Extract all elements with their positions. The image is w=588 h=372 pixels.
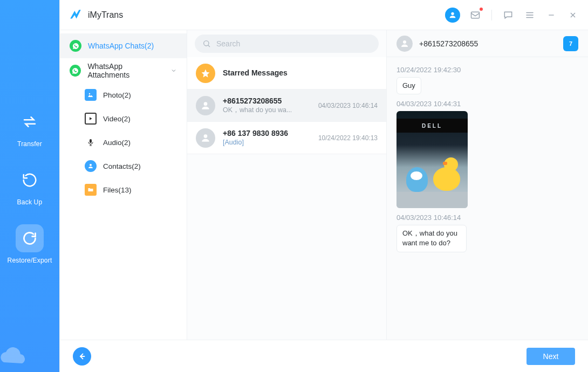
tree-attachment-children: Photo(2) Video(2) Audio(2) Contacts(2) F… (60, 83, 187, 202)
conv-item[interactable]: +86 137 9830 8936 [Audio] 10/24/2022 19:… (187, 122, 386, 154)
search-input[interactable] (216, 39, 371, 48)
tree-label: Video(2) (103, 115, 131, 123)
svg-point-15 (403, 40, 406, 44)
svg-point-8 (89, 93, 91, 95)
video-icon (85, 113, 97, 125)
inbox-icon[interactable] (469, 9, 482, 22)
chat-message: 04/03/2023 10:44:31 DELL (396, 100, 578, 208)
rail-item-restore-export[interactable]: Restore/Export (8, 224, 51, 264)
titlebar: iMyTrans (60, 0, 588, 30)
star-icon (196, 64, 215, 83)
conv-title: +86 137 9830 8936 (223, 128, 311, 138)
footer: Next (60, 340, 588, 372)
avatar-icon (396, 36, 413, 52)
conv-starred[interactable]: Starred Messages (187, 57, 386, 89)
menu-icon[interactable] (523, 9, 536, 22)
chevron-down-icon (170, 67, 177, 74)
svg-rect-9 (90, 139, 92, 143)
tree-photo[interactable]: Photo(2) (85, 83, 187, 107)
svg-rect-1 (471, 12, 480, 18)
conv-preview: OK，what do you wa... (223, 106, 311, 114)
app-name: iMyTrans (88, 10, 123, 20)
calendar-day: 7 (569, 40, 572, 47)
back-button[interactable] (73, 347, 91, 366)
message-timestamp: 04/03/2023 10:44:31 (396, 100, 578, 108)
svg-line-12 (208, 45, 210, 47)
chat-pane: +8615273208655 7 10/24/2022 19:42:30 Guy… (387, 30, 588, 340)
tree-label: Photo(2) (103, 91, 131, 99)
conv-title: Starred Messages (223, 68, 378, 78)
chat-messages[interactable]: 10/24/2022 19:42:30 Guy 04/03/2023 10:44… (387, 57, 588, 340)
tree-audio[interactable]: Audio(2) (85, 130, 187, 154)
whatsapp-icon (70, 65, 81, 77)
rail-item-backup[interactable]: Back Up (8, 166, 51, 206)
svg-point-14 (204, 134, 208, 138)
message-bubble: OK，what do you want me to do? (396, 225, 467, 252)
category-tree: WhatsApp Chats(2) WhatsApp Attachments P… (60, 30, 187, 340)
tree-label: Contacts(2) (103, 162, 141, 170)
cloud-decoration-icon (0, 345, 33, 367)
close-icon[interactable] (566, 9, 579, 22)
rail-item-label: Restore/Export (8, 257, 52, 264)
tree-label: WhatsApp Chats(2) (88, 42, 154, 50)
search-input-wrapper[interactable] (195, 35, 379, 53)
tree-label: WhatsApp Attachments (87, 62, 164, 79)
conv-item[interactable]: +8615273208655 OK，what do you wa... 04/0… (187, 89, 386, 122)
minimize-icon[interactable] (545, 9, 558, 22)
avatar-icon (196, 96, 215, 115)
message-timestamp: 10/24/2022 19:42:30 (396, 66, 578, 74)
svg-point-11 (204, 41, 209, 46)
avatar-icon (196, 128, 215, 148)
photo-icon (85, 89, 97, 101)
whatsapp-icon (70, 40, 81, 52)
next-button[interactable]: Next (527, 348, 575, 365)
tree-files[interactable]: Files(13) (85, 178, 187, 202)
app-logo-icon (69, 8, 83, 22)
tree-video[interactable]: Video(2) (85, 107, 187, 130)
contact-icon (85, 160, 97, 172)
brand: iMyTrans (69, 8, 123, 22)
left-rail: Transfer Back Up Restore/Export (0, 0, 59, 372)
chat-message: 10/24/2022 19:42:30 Guy (396, 66, 578, 94)
conv-title: +8615273208655 (223, 96, 311, 106)
conversation-list-pane: Starred Messages +8615273208655 OK，what … (187, 30, 387, 340)
tree-whatsapp-attachments[interactable]: WhatsApp Attachments (60, 58, 187, 83)
svg-point-0 (451, 12, 454, 15)
conv-time: 10/24/2022 19:40:13 (318, 134, 378, 142)
image-caption: DELL (396, 119, 468, 133)
titlebar-actions (445, 8, 579, 23)
folder-icon (85, 184, 97, 196)
chat-header: +8615273208655 7 (387, 30, 588, 57)
svg-point-13 (204, 102, 208, 106)
search-icon (202, 39, 211, 48)
message-image[interactable]: DELL (396, 111, 468, 208)
account-icon[interactable] (445, 8, 460, 23)
message-timestamp: 04/03/2023 10:46:14 (396, 213, 578, 222)
content: WhatsApp Chats(2) WhatsApp Attachments P… (60, 30, 588, 340)
tree-whatsapp-chats[interactable]: WhatsApp Chats(2) (60, 33, 187, 58)
main-window: iMyTrans (59, 0, 588, 372)
chat-message: 04/03/2023 10:46:14 OK，what do you want … (396, 213, 578, 252)
tree-contacts[interactable]: Contacts(2) (85, 154, 187, 178)
rail-item-label: Back Up (17, 198, 43, 206)
svg-point-10 (90, 164, 92, 166)
tree-label: Audio(2) (103, 139, 131, 147)
restore-icon (16, 224, 44, 252)
calendar-icon[interactable]: 7 (563, 36, 578, 51)
message-bubble: Guy (396, 77, 421, 94)
rail-item-transfer[interactable]: Transfer (8, 108, 51, 148)
transfer-icon (16, 108, 44, 136)
chat-title: +8615273208655 (419, 39, 557, 48)
microphone-icon (85, 136, 97, 148)
backup-icon (16, 166, 44, 194)
conv-time: 04/03/2023 10:46:14 (318, 102, 378, 109)
conv-preview: [Audio] (223, 138, 311, 147)
searchbar (187, 30, 386, 57)
rail-item-label: Transfer (17, 140, 42, 148)
tree-label: Files(13) (103, 186, 132, 194)
feedback-icon[interactable] (502, 9, 515, 22)
